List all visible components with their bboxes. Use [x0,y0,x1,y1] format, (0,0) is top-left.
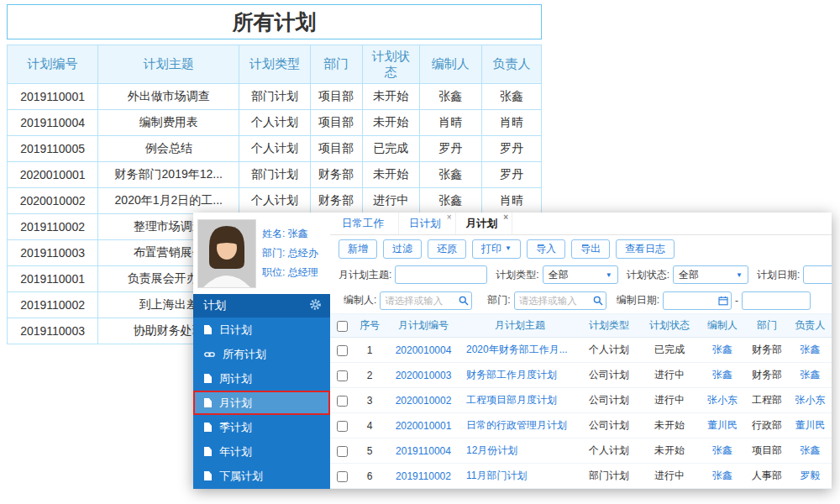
grid-row[interactable]: 42020010001日常的行政管理月计划公司计划未开始董川民行政部董川民 [330,413,832,438]
owner-link[interactable]: 董川民 [795,419,826,431]
plan-id-link[interactable]: 2020010001 [396,420,452,432]
table-cell: 肖晴 [419,110,481,136]
table-row[interactable]: 2020010001财务部门2019年12...部门计划财务部未开始张鑫罗丹 [8,162,542,188]
sidebar-section-plan[interactable]: 计划 [193,294,330,318]
grid-row[interactable]: 120200100042020年财务部工作月...个人计划已完成张鑫财务部张鑫 [330,338,832,363]
table-row[interactable]: 20200100022020年1月2日的工...个人计划财务部进行中张鑫肖晴 [8,188,542,214]
plan-id-cell: 2020010004 [386,338,461,363]
sidebar-item-monthly-plan[interactable]: 月计划 [193,391,330,415]
table-row[interactable]: 2019110005例会总结个人计划项目部已完成罗丹罗丹 [8,136,542,162]
plan-id-link[interactable]: 2020010002 [396,395,452,407]
owner-link[interactable]: 张鑫 [801,369,821,381]
page-title: 所有计划 [7,4,542,39]
tab-label: 月计划 [466,218,498,229]
restore-button[interactable]: 还原 [428,239,466,259]
plan-subject-link[interactable]: 财务部工作月度计划 [466,369,557,381]
plan-type-cell: 部门计划 [579,464,639,489]
dept-search-field[interactable] [514,291,606,310]
owner-link[interactable]: 张小东 [795,394,826,406]
grid-row[interactable]: 5201911000412月份计划个人计划未开始张鑫项目部张鑫 [330,438,832,464]
profile-dept: 部门: 总经办 [262,244,318,263]
owner-link[interactable]: 张鑫 [801,344,821,355]
row-checkbox-cell [330,438,354,464]
plan-subject-link[interactable]: 工程项目部月度计划 [466,394,557,406]
creator-link[interactable]: 张小东 [707,394,738,406]
plan-subject-link[interactable]: 日常的行政管理月计划 [466,419,567,431]
plan-subject-link[interactable]: 2020年财务部工作月... [466,344,568,355]
row-checkbox-cell [330,338,354,363]
owner-link[interactable]: 张鑫 [801,444,821,456]
tab-daily-plan[interactable]: 日计划× [399,213,456,234]
sidebar-item-weekly-plan[interactable]: 周计划 [193,366,330,391]
search-icon[interactable] [593,296,603,306]
plan-subject-link[interactable]: 11月部门计划 [466,470,527,481]
table-row[interactable]: 2019110001外出做市场调查部门计划项目部未开始张鑫张鑫 [8,84,542,110]
close-icon[interactable]: × [447,213,452,223]
view-log-button[interactable]: 查看日志 [616,239,675,259]
close-icon[interactable]: × [503,213,508,223]
create-date-to-input[interactable] [742,291,811,310]
plan-date-input[interactable] [803,265,832,284]
sidebar-item-daily-plan[interactable]: 日计划 [193,318,330,342]
grid-row[interactable]: 22020010003财务部工作月度计划公司计划进行中张鑫财务部张鑫 [330,363,832,388]
sidebar-item-subordinate-plans[interactable]: 下属计划 [193,464,330,488]
search-icon[interactable] [459,296,469,306]
sidebar-item-annual-plan[interactable]: 年计划 [193,439,330,464]
plan-id-link[interactable]: 2019110002 [396,470,451,482]
owner-cell: 张小东 [789,388,832,413]
create-date-from-field[interactable] [663,291,732,310]
plan-type-value: 全部 [549,268,569,282]
row-checkbox[interactable] [337,396,348,407]
plan-date-filter-label: 计划日期: [757,268,800,282]
plan-id-link[interactable]: 2020010004 [396,344,452,356]
row-checkbox[interactable] [337,345,348,356]
creator-cell: 张鑫 [700,464,745,489]
owner-cell: 罗毅 [789,464,832,489]
plan-id-link[interactable]: 2019110004 [396,445,451,457]
row-checkbox[interactable] [337,471,348,482]
subject-filter-input[interactable] [395,265,487,284]
creator-link[interactable]: 张鑫 [712,444,732,456]
export-button[interactable]: 导出 [571,239,610,259]
select-all-checkbox[interactable] [337,321,348,332]
plan-status-select[interactable]: 全部 ▼ [673,265,748,284]
row-checkbox[interactable] [337,446,348,457]
filter-button[interactable]: 过滤 [383,239,422,259]
profile-info: 姓名: 张鑫 部门: 总经办 职位: 总经理 [262,224,318,281]
grid-row[interactable]: 6201911000211月部门计划部门计划进行中张鑫人事部罗毅 [330,464,832,489]
calendar-icon[interactable] [718,296,728,306]
grid-column-header: 编制人 [700,314,745,338]
creator-link[interactable]: 张鑫 [712,470,732,481]
print-button[interactable]: 打印▼ [472,239,521,259]
row-checkbox[interactable] [337,370,348,381]
creator-cell: 董川民 [700,413,745,438]
creator-link[interactable]: 张鑫 [712,369,732,381]
grid-column-header: 计划类型 [579,314,639,338]
grid-row[interactable]: 32020010002工程项目部月度计划公司计划进行中张小东工程部张小东 [330,388,832,413]
plan-type-cell: 公司计划 [579,363,639,388]
plan-subject-link[interactable]: 12月份计划 [466,444,517,456]
plan-subject-cell: 2020年财务部工作月... [461,338,579,363]
import-button[interactable]: 导入 [527,239,565,259]
table-row[interactable]: 2019110004编制费用表个人计划项目部未开始肖晴肖晴 [8,110,542,136]
creator-link[interactable]: 张鑫 [712,344,732,355]
table-cell: 2020010002 [8,188,98,214]
row-checkbox-cell [330,413,354,438]
tab-monthly-plan[interactable]: 月计划× [456,213,513,234]
creator-link[interactable]: 董川民 [707,419,738,431]
row-checkbox[interactable] [337,421,348,432]
tab-daily-work[interactable]: 日常工作 [332,213,399,234]
gear-icon[interactable] [309,298,322,313]
owner-link[interactable]: 罗毅 [801,470,821,481]
column-header: 计划编号 [8,45,98,84]
sidebar-item-all-plans[interactable]: 所有计划 [193,342,330,366]
button-label: 新增 [348,242,368,256]
row-number-cell: 1 [354,338,386,363]
add-button[interactable]: 新增 [339,239,377,259]
plan-type-select[interactable]: 全部 ▼ [543,265,618,284]
plan-id-link[interactable]: 2020010003 [396,370,452,381]
plan-subject-cell: 11月部门计划 [461,464,579,489]
table-cell: 进行中 [362,188,419,214]
sidebar-item-quarterly-plan[interactable]: 季计划 [193,415,330,439]
creator-search-field[interactable] [380,291,472,310]
